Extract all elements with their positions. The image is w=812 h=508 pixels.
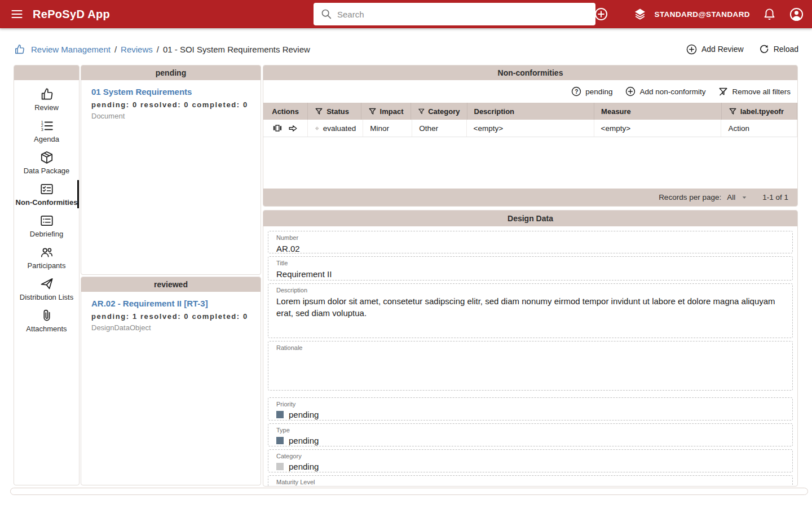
filter-funnel-icon[interactable] <box>729 107 737 116</box>
field-category[interactable]: Category pending <box>268 449 793 472</box>
add-non-conformity-button[interactable]: Add non-conformity <box>625 86 705 97</box>
card-type: Document <box>91 112 250 120</box>
column-header-status[interactable]: Status <box>308 103 361 120</box>
row-impact-cell: Minor <box>363 120 412 137</box>
board-column-header: pending <box>81 65 261 80</box>
sidebar-item-participants[interactable]: Participants <box>14 242 79 273</box>
card-title-link[interactable]: AR.02 - Requirement II [RT-3] <box>91 299 250 308</box>
column-label: Impact <box>380 107 404 116</box>
list-icon <box>39 213 54 228</box>
workspace-switcher[interactable]: STANDARD@STANDARD <box>633 7 750 21</box>
column-header-actions[interactable]: Actions <box>263 103 308 120</box>
user-avatar-icon[interactable] <box>789 7 804 22</box>
non-conformities-toolbar: ? pending Add non-conformity Remove all … <box>263 80 797 103</box>
non-conformities-panel: Non-conformities ? pending Add non-confo… <box>263 65 798 207</box>
column-header-measure[interactable]: Measure <box>594 103 722 120</box>
column-header-description[interactable]: Description <box>467 103 595 120</box>
remove-all-filters-button[interactable]: Remove all filters <box>718 86 791 97</box>
pending-filter-chip[interactable]: ? pending <box>571 86 612 97</box>
reload-label: Reload <box>774 45 798 54</box>
sidebar-item-distribution-lists[interactable]: Distribution Lists <box>14 273 79 305</box>
records-per-page-label: Records per page: <box>659 193 721 202</box>
field-rationale[interactable]: Rationale <box>268 341 793 391</box>
table-row[interactable]: evaluated Minor Other <empty> <empty> Ac… <box>263 120 797 137</box>
card-title-link[interactable]: 01 System Requirements <box>91 87 250 97</box>
field-type[interactable]: Type pending <box>268 423 793 446</box>
field-value: pending <box>289 462 319 471</box>
board-column-pending: pending 01 System Requirements pending: … <box>81 65 261 275</box>
search-icon <box>320 8 333 20</box>
thumbs-up-icon <box>39 87 54 102</box>
sidebar-item-label: Distribution Lists <box>20 293 73 301</box>
remove-all-filters-label: Remove all filters <box>732 87 791 96</box>
field-value: pending <box>289 436 319 445</box>
add-circle-icon[interactable] <box>594 7 608 21</box>
add-review-label: Add Review <box>701 45 744 54</box>
people-icon <box>39 245 54 260</box>
breadcrumb-link-reviews[interactable]: Reviews <box>121 45 153 54</box>
sidebar-item-attachments[interactable]: Attachments <box>14 305 79 336</box>
breadcrumb: Review Management / Reviews / 01 - SOI S… <box>14 42 798 56</box>
table-header-row: Actions Status Impact Category Descripti… <box>263 103 797 120</box>
field-maturity-level[interactable]: Maturity Level <box>268 475 793 487</box>
column-label: Description <box>474 107 515 116</box>
board-column-header: reviewed <box>81 277 261 292</box>
board-card-design-data-object[interactable]: AR.02 - Requirement II [RT-3] pending: 1… <box>81 292 261 339</box>
filter-funnel-icon[interactable] <box>368 107 377 116</box>
field-title[interactable]: Title Requirement II <box>268 256 793 281</box>
sidebar-item-label: Review <box>34 103 59 112</box>
breadcrumb-separator: / <box>114 45 117 54</box>
breadcrumb-link-review-management[interactable]: Review Management <box>31 45 111 54</box>
account-label: STANDARD@STANDARD <box>655 10 750 19</box>
add-review-button[interactable]: Add Review <box>686 43 744 55</box>
field-description[interactable]: Description Lorem ipsum dolor sit amet, … <box>268 283 793 338</box>
sidebar-item-review[interactable]: Review <box>14 84 79 115</box>
sidebar-item-non-conformities[interactable]: Non-Conformities <box>14 178 79 210</box>
field-number[interactable]: Number AR.02 <box>268 231 793 253</box>
filter-funnel-icon[interactable] <box>418 107 425 116</box>
column-label: Status <box>326 107 349 116</box>
field-label: Rationale <box>276 344 784 351</box>
field-priority[interactable]: Priority pending <box>268 397 793 421</box>
svg-text:3: 3 <box>41 128 43 132</box>
card-stats: pending: 1 resolved: 0 completed: 0 <box>91 312 250 321</box>
thumbs-up-icon <box>14 43 25 55</box>
row-measure-cell: <empty> <box>594 120 722 137</box>
priority-swatch <box>276 411 284 418</box>
sidebar-item-debriefing[interactable]: Debriefing <box>14 210 79 242</box>
view-carousel-icon[interactable] <box>272 123 283 133</box>
numbered-list-icon: 123 <box>39 119 54 133</box>
row-actions-cell <box>263 120 308 137</box>
refresh-icon <box>758 43 770 55</box>
add-non-conformity-label: Add non-conformity <box>639 87 705 96</box>
column-header-category[interactable]: Category <box>411 103 467 120</box>
review-items-board: pending 01 System Requirements pending: … <box>81 65 261 485</box>
column-header-type-of[interactable]: label.tpyeofr <box>722 103 797 120</box>
board-card-document[interactable]: 01 System Requirements pending: 0 resolv… <box>81 80 261 127</box>
sidebar-item-label: Attachments <box>26 325 67 333</box>
design-data-panel: Design Data Number AR.02 Title Requireme… <box>263 210 798 487</box>
alert-diamond-icon <box>315 124 319 133</box>
column-label: Measure <box>601 107 631 116</box>
page: RePoSyD App STANDARD@STANDARD Rev <box>0 0 812 508</box>
search-input[interactable] <box>337 10 595 19</box>
column-label: Actions <box>272 107 299 116</box>
design-data-title: Design Data <box>263 211 797 226</box>
chevron-down-icon <box>740 193 749 202</box>
sidebar-item-label: Participants <box>28 261 66 270</box>
filter-funnel-icon[interactable] <box>315 107 323 116</box>
sidebar-item-agenda[interactable]: 123 Agenda <box>14 115 79 147</box>
records-per-page-select[interactable]: All <box>727 193 749 202</box>
help-circle-icon: ? <box>571 86 582 97</box>
row-description-cell: <empty> <box>467 120 594 137</box>
hamburger-menu-icon[interactable] <box>6 3 28 25</box>
arrow-right-icon[interactable] <box>288 123 298 134</box>
notifications-bell-icon[interactable] <box>762 7 776 21</box>
card-type: DesignDataObject <box>91 323 250 332</box>
field-value: Requirement II <box>276 268 784 280</box>
field-label: Number <box>276 234 784 241</box>
reload-button[interactable]: Reload <box>758 43 798 55</box>
column-header-impact[interactable]: Impact <box>361 103 411 120</box>
horizontal-scrollbar[interactable] <box>10 488 808 495</box>
sidebar-item-data-package[interactable]: Data Package <box>14 147 79 178</box>
